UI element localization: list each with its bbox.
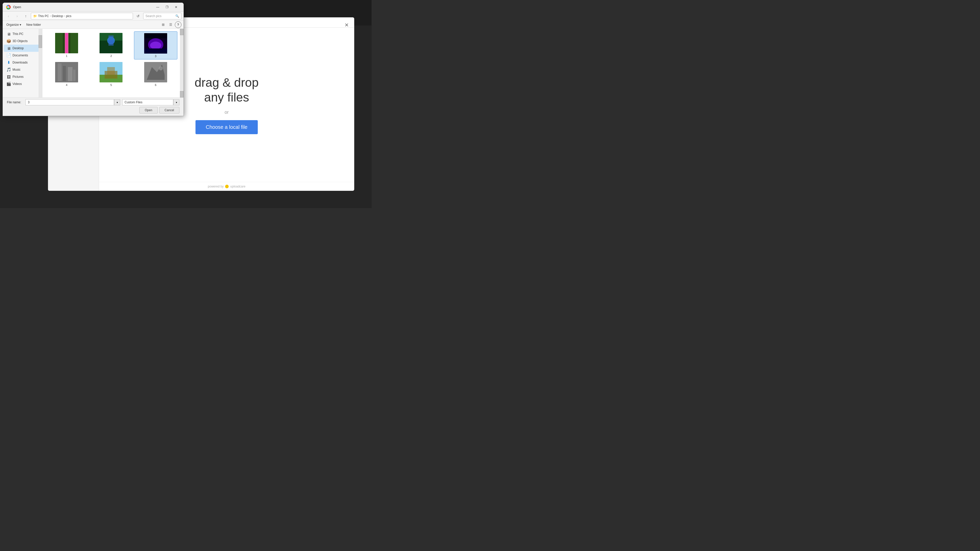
nav-desktop-label: Desktop [13, 46, 24, 50]
file-item-3[interactable]: 3 [134, 32, 177, 59]
uc-choose-local-file-button[interactable]: Choose a local file [196, 120, 258, 134]
uc-brand-text: uploadcare [230, 185, 245, 188]
win-bottom-bar: File name: 3 ▾ Custom Files ▾ Open Cance… [3, 97, 183, 116]
filename-label: File name: [7, 100, 24, 104]
this-pc-icon: 🖥 [6, 32, 11, 36]
svg-rect-18 [63, 66, 66, 81]
path-folder-icon: 📁 [33, 14, 37, 18]
path-arrow-2: › [64, 14, 65, 17]
nav-downloads[interactable]: ⬇ Downloads [4, 59, 41, 66]
nav-videos[interactable]: 🎬 Videos [4, 80, 41, 87]
titlebar-buttons: — ❐ ✕ [153, 3, 180, 11]
uc-modal-close-button[interactable]: ✕ [343, 21, 350, 29]
pictures-icon: 🖼 [6, 75, 11, 79]
filename-input[interactable]: 3 [25, 99, 114, 105]
file-label-1: 1 [66, 54, 67, 57]
svg-rect-10 [108, 35, 114, 46]
file-thumb-3 [144, 33, 167, 54]
dialog-cancel-button[interactable]: Cancel [159, 107, 180, 114]
nav-documents-label: Documents [13, 54, 28, 57]
uc-footer: powered by uploadcare [99, 182, 354, 191]
nav-this-pc-label: This PC [13, 32, 24, 36]
win-nav-pane: 🖥 This PC 📦 3D Objects 🖥 Desktop 📄 Docum… [3, 29, 42, 97]
nav-3d-objects[interactable]: 📦 3D Objects [4, 38, 41, 44]
back-button[interactable]: ‹ [5, 13, 12, 20]
file-label-5: 5 [110, 83, 112, 86]
nav-scrollbar[interactable] [38, 29, 42, 97]
svg-rect-17 [58, 63, 62, 81]
minimize-button[interactable]: — [153, 3, 162, 11]
search-icon: 🔍 [175, 14, 179, 18]
file-item-5[interactable]: 5 [89, 60, 133, 88]
file-item-2[interactable]: 2 [89, 32, 133, 59]
file-label-2: 2 [110, 54, 112, 57]
view-icon-button[interactable]: ⊞ [159, 21, 167, 28]
file-thumb-5 [100, 62, 123, 83]
nav-pictures[interactable]: 🖼 Pictures [4, 73, 41, 80]
maximize-button[interactable]: ❐ [162, 3, 171, 11]
win-content: 🖥 This PC 📦 3D Objects 🖥 Desktop 📄 Docum… [3, 29, 183, 97]
svg-point-14 [150, 41, 161, 49]
close-button[interactable]: ✕ [172, 3, 180, 11]
svg-point-26 [159, 66, 163, 70]
uc-drag-drop-text: drag & drop any files [195, 75, 259, 105]
nav-music-label: Music [13, 68, 21, 71]
forward-button[interactable]: › [14, 13, 21, 20]
file-label-4: 4 [66, 83, 67, 86]
files-scrollbar[interactable] [180, 29, 183, 97]
filename-row: File name: 3 ▾ Custom Files ▾ [7, 99, 180, 105]
win-file-dialog: Open — ❐ ✕ ‹ › ↑ 📁 This PC › Desktop › p… [3, 3, 184, 116]
win-toolbar: ‹ › ↑ 📁 This PC › Desktop › pics ↺ Searc… [3, 11, 183, 21]
refresh-button[interactable]: ↺ [135, 13, 142, 20]
svg-rect-20 [73, 70, 76, 81]
desktop-icon: 🖥 [6, 46, 11, 51]
win-files-area: 1 2 [42, 29, 183, 97]
files-scroll-thumb-top [180, 29, 183, 35]
nav-documents[interactable]: 📄 Documents [4, 52, 41, 59]
file-thumb-4 [55, 62, 78, 83]
documents-icon: 📄 [6, 53, 11, 58]
path-this-pc: This PC [38, 14, 49, 18]
filename-dropdown[interactable]: ▾ [114, 99, 120, 105]
file-thumb-6 [144, 62, 167, 83]
file-item-4[interactable]: 4 [45, 60, 88, 88]
svg-rect-15 [144, 48, 167, 54]
help-button[interactable]: ? [175, 21, 181, 28]
dialog-open-button[interactable]: Open [139, 107, 158, 114]
file-item-1[interactable]: 1 [45, 32, 88, 59]
uc-logo-dot [225, 185, 229, 188]
3d-objects-icon: 📦 [6, 39, 11, 43]
music-icon: 🎵 [6, 67, 11, 72]
search-placeholder-text: Search pics [145, 14, 162, 18]
nav-scroll-thumb [38, 35, 42, 48]
organize-button[interactable]: Organize ▾ [5, 22, 23, 27]
path-pics: pics [66, 14, 71, 18]
nav-videos-label: Videos [13, 82, 22, 86]
files-scroll-thumb-bottom [180, 91, 183, 97]
file-item-6[interactable]: 6 [134, 60, 177, 88]
dialog-action-row: Open Cancel [7, 107, 180, 114]
svg-rect-19 [68, 67, 73, 81]
downloads-icon: ⬇ [6, 60, 11, 65]
dialog-title: Open [13, 5, 151, 9]
filetype-select[interactable]: Custom Files [122, 99, 173, 105]
filetype-dropdown[interactable]: ▾ [173, 99, 180, 105]
svg-rect-6 [65, 33, 68, 53]
search-box[interactable]: Search pics 🔍 [143, 13, 181, 19]
svg-rect-24 [107, 67, 115, 75]
win-action-bar: Organize ▾ New folder ⊞ ☰ ? [3, 21, 183, 29]
file-label-3: 3 [155, 55, 156, 58]
nav-desktop[interactable]: 🖥 Desktop [4, 44, 41, 52]
uc-powered-by-text: powered by [208, 185, 224, 188]
win-titlebar: Open — ❐ ✕ [3, 3, 183, 11]
view-buttons: ⊞ ☰ ? [159, 21, 181, 28]
up-button[interactable]: ↑ [22, 13, 29, 20]
filename-input-group: 3 ▾ [25, 99, 120, 105]
new-folder-button[interactable]: New folder [25, 22, 42, 27]
path-bar[interactable]: 📁 This PC › Desktop › pics [31, 13, 133, 19]
nav-music[interactable]: 🎵 Music [4, 66, 41, 73]
nav-3d-objects-label: 3D Objects [13, 39, 27, 43]
file-thumb-2 [100, 33, 123, 53]
view-details-button[interactable]: ☰ [167, 21, 174, 28]
nav-this-pc[interactable]: 🖥 This PC [4, 30, 41, 38]
